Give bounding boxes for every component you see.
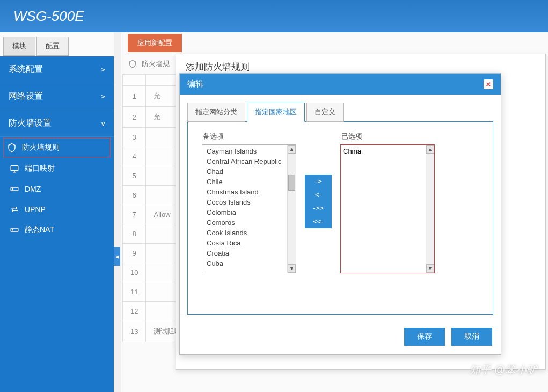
list-item[interactable]: Cook Islands <box>202 228 287 238</box>
chevron-right-icon: > <box>101 66 105 74</box>
tab-country-region[interactable]: 指定国家地区 <box>247 103 305 122</box>
app-header: WSG-500E <box>0 0 548 32</box>
list-item[interactable]: Cuba <box>202 258 287 268</box>
chevron-down-icon: v <box>101 119 105 127</box>
sidebar-tab-config[interactable]: 配置 <box>36 37 69 56</box>
sidebar-tab-module[interactable]: 模块 <box>3 37 35 56</box>
svg-point-2 <box>12 188 13 190</box>
cancel-button[interactable]: 取消 <box>451 328 492 346</box>
list-item[interactable]: China <box>343 147 423 155</box>
sidebar: 模块 配置 系统配置 > 网络设置 > 防火墙设置 v 防火墙规则 端口映射 D… <box>0 32 114 392</box>
svg-point-4 <box>12 229 13 230</box>
sidebar-collapse-handle[interactable]: ◂ <box>114 247 120 266</box>
move-right-button[interactable]: -> <box>305 175 332 188</box>
tab-website-category[interactable]: 指定网站分类 <box>187 103 245 122</box>
list-item[interactable]: Chad <box>202 166 287 177</box>
shield-icon <box>7 143 17 153</box>
app-title: WSG-500E <box>13 8 84 25</box>
sidebar-item-firewall-rules[interactable]: 防火墙规则 <box>3 138 111 157</box>
watermark: 知乎 @笨小驴 <box>470 362 537 377</box>
scroll-down-icon[interactable]: ▼ <box>426 264 434 273</box>
sidebar-item-upnp[interactable]: UPNP <box>0 199 114 220</box>
scroll-down-icon[interactable]: ▼ <box>288 264 296 273</box>
list-item[interactable]: Costa Rica <box>202 238 287 248</box>
list-item[interactable]: Cayman Islands <box>202 146 287 156</box>
candidates-listbox[interactable]: Cayman IslandsCentral African RepublicCh… <box>202 144 296 273</box>
modal-tabs: 指定网站分类 指定国家地区 自定义 <box>187 102 493 121</box>
list-item[interactable]: Comoros <box>202 217 287 228</box>
move-left-button[interactable]: <- <box>305 188 332 201</box>
list-item[interactable]: Christmas Island <box>202 187 287 197</box>
apply-config-button[interactable]: 应用新配置 <box>128 34 182 52</box>
sidebar-tabs: 模块 配置 <box>0 32 114 56</box>
drive-icon <box>10 225 19 235</box>
close-icon[interactable]: × <box>484 79 493 89</box>
modal-header: 编辑 × <box>180 74 501 95</box>
selected-listbox[interactable]: China ▲ ▼ <box>340 144 435 273</box>
candidates-label: 备选项 <box>203 132 296 141</box>
scrollbar[interactable]: ▲ ▼ <box>287 145 296 273</box>
list-item[interactable]: Cocos Islands <box>202 197 287 207</box>
screen-icon <box>10 164 19 173</box>
tab-custom[interactable]: 自定义 <box>306 103 344 122</box>
arrows-icon <box>10 205 19 214</box>
scrollbar[interactable]: ▲ ▼ <box>426 145 434 273</box>
chevron-right-icon: > <box>101 92 105 100</box>
transfer-buttons: -> <- ->> <<- <box>305 175 332 228</box>
edit-modal: 编辑 × 指定网站分类 指定国家地区 自定义 备选项 Cayman Island… <box>179 73 501 355</box>
scroll-up-icon[interactable]: ▲ <box>426 145 434 154</box>
menu-system-config[interactable]: 系统配置 > <box>0 56 114 83</box>
save-button[interactable]: 保存 <box>404 328 445 346</box>
move-all-left-button[interactable]: <<- <box>305 215 332 228</box>
selected-label: 已选项 <box>341 132 435 141</box>
drive-icon <box>10 184 19 194</box>
sidebar-item-port-mapping[interactable]: 端口映射 <box>0 158 114 179</box>
list-item[interactable]: Colombia <box>202 207 287 217</box>
menu-firewall-settings[interactable]: 防火墙设置 v <box>0 110 114 137</box>
list-item[interactable]: Croatia <box>202 248 287 258</box>
scroll-thumb[interactable] <box>288 175 295 191</box>
svg-rect-0 <box>11 166 18 171</box>
menu-network-settings[interactable]: 网络设置 > <box>0 83 114 110</box>
modal-title: 编辑 <box>187 79 203 89</box>
sidebar-item-dmz[interactable]: DMZ <box>0 179 114 199</box>
scroll-up-icon[interactable]: ▲ <box>288 145 296 154</box>
list-item[interactable]: Chile <box>202 177 287 187</box>
sidebar-item-static-nat[interactable]: 静态NAT <box>0 220 114 240</box>
move-all-right-button[interactable]: ->> <box>305 201 332 215</box>
list-item[interactable]: Central African Republic <box>202 156 287 166</box>
shield-icon <box>128 59 137 69</box>
